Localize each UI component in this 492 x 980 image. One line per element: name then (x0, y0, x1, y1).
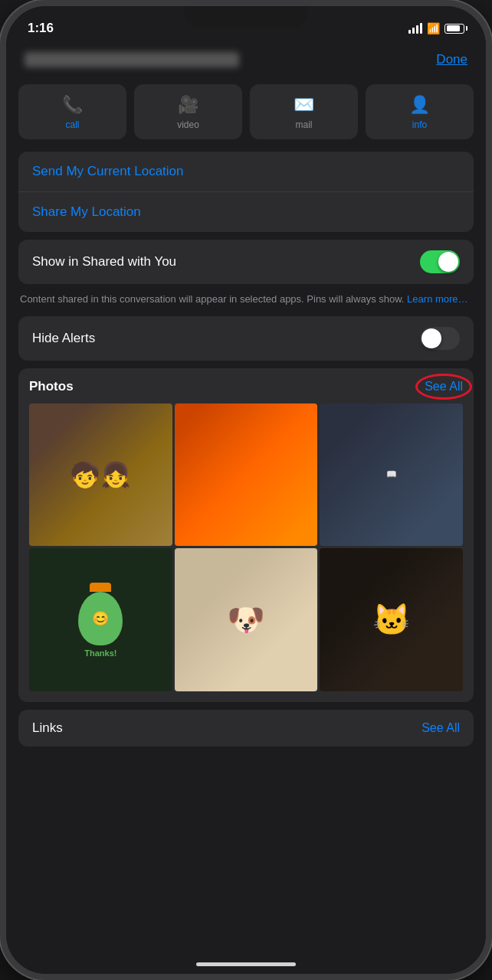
wifi-icon: 📶 (427, 22, 440, 34)
shared-with-you-row: Show in Shared with You (18, 240, 474, 284)
photos-section: Photos See All 🧒👧 📖 😊 Thanks! (18, 368, 474, 702)
hide-alerts-section: Hide Alerts (18, 316, 474, 361)
call-label: call (65, 119, 79, 130)
phone-frame: 1:16 📶 Done 📞 cal (0, 0, 492, 980)
photos-see-all-button[interactable]: See All (425, 380, 463, 394)
photos-grid: 🧒👧 📖 😊 Thanks! 🐶 🐱 (29, 403, 463, 691)
photo-item[interactable]: 🐱 (320, 548, 463, 691)
hide-alerts-toggle[interactable] (420, 327, 460, 350)
photo-item[interactable]: 😊 Thanks! (29, 548, 172, 691)
toggle-knob-alerts (421, 328, 441, 348)
hide-alerts-label: Hide Alerts (32, 331, 95, 346)
shared-with-you-toggle[interactable] (420, 250, 460, 273)
shared-with-you-section: Show in Shared with You (18, 240, 474, 284)
photos-header: Photos See All (29, 379, 463, 394)
send-location-row[interactable]: Send My Current Location (18, 152, 474, 192)
info-button[interactable]: 👤 info (366, 84, 474, 139)
share-location-row[interactable]: Share My Location (18, 192, 474, 232)
shared-with-you-label: Show in Shared with You (32, 254, 176, 270)
photo-item[interactable]: 🧒👧 (29, 403, 172, 547)
phone-icon: 📞 (62, 95, 83, 115)
person-icon: 👤 (409, 95, 430, 115)
video-label: video (177, 119, 199, 130)
shared-with-you-description: Content shared in this conversation will… (6, 287, 486, 316)
status-icons: 📶 (408, 22, 464, 34)
hide-alerts-row: Hide Alerts (18, 316, 474, 361)
info-label: info (412, 119, 427, 130)
status-time: 1:16 (28, 21, 54, 36)
photo-item[interactable]: 🐶 (175, 548, 318, 691)
home-indicator (196, 962, 296, 966)
links-section: Links See All (18, 710, 474, 746)
call-button[interactable]: 📞 call (18, 84, 126, 139)
location-section: Send My Current Location Share My Locati… (18, 152, 474, 232)
signal-bars-icon (408, 23, 422, 34)
send-location-label: Send My Current Location (32, 164, 184, 179)
phone-screen: 1:16 📶 Done 📞 cal (6, 6, 486, 974)
toggle-knob (438, 252, 458, 272)
mail-icon: ✉️ (294, 95, 314, 115)
share-location-label: Share My Location (32, 204, 141, 220)
links-see-all-button[interactable]: See All (421, 721, 460, 735)
mail-label: mail (295, 119, 312, 130)
photo-item[interactable]: 📖 (320, 403, 463, 547)
photo-item[interactable] (175, 403, 318, 547)
header: Done (6, 43, 486, 77)
battery-icon (444, 24, 464, 34)
video-button[interactable]: 🎥 video (134, 84, 242, 139)
notch (185, 6, 307, 28)
learn-more-link[interactable]: Learn more… (407, 293, 467, 305)
photos-title: Photos (29, 379, 74, 394)
action-buttons-row: 📞 call 🎥 video ✉️ mail 👤 info (6, 77, 486, 152)
links-title: Links (32, 720, 63, 736)
mail-button[interactable]: ✉️ mail (250, 84, 358, 139)
contact-name-blurred (25, 52, 239, 67)
photos-see-all-label: See All (425, 380, 463, 394)
done-button[interactable]: Done (436, 52, 467, 67)
video-icon: 🎥 (178, 95, 198, 115)
